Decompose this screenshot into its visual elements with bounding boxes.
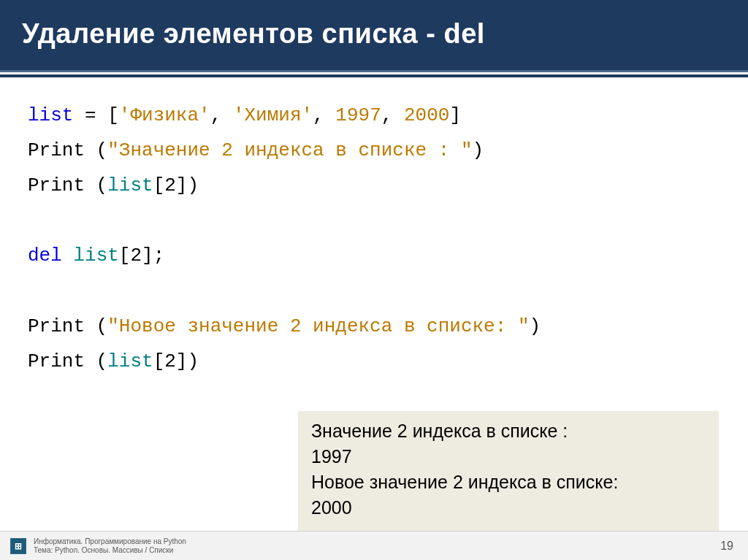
code-line-4: del list[2]; — [28, 238, 720, 273]
code-line-1: list = ['Физика', 'Химия', 1997, 2000] — [28, 98, 720, 133]
string-literal: "Значение 2 индекса в списке : " — [107, 139, 472, 161]
output-box: Значение 2 индекса в списке : 1997 Новое… — [298, 411, 719, 531]
code-line-3: Print (list[2]) — [28, 168, 720, 203]
syntax: ( — [85, 139, 107, 161]
string-literal: 'Физика' — [119, 104, 210, 126]
code-line-6: Print (list[2]) — [28, 344, 720, 379]
number-literal: 1997 — [335, 104, 381, 126]
function-print: Print — [28, 174, 85, 196]
slide-title: Удаление элементов списка - del — [22, 18, 726, 50]
function-print: Print — [28, 350, 85, 372]
syntax: ) — [530, 315, 541, 337]
blank-line — [28, 273, 720, 308]
syntax: ) — [473, 139, 484, 161]
syntax: , — [381, 104, 404, 126]
output-line: Новое значение 2 индекса в списке: — [311, 469, 706, 495]
string-literal: 'Химия' — [233, 104, 313, 126]
output-line: Значение 2 индекса в списке : — [311, 418, 706, 444]
identifier: list — [107, 350, 153, 372]
syntax: [2]; — [119, 245, 164, 266]
output-line: 1997 — [311, 444, 706, 469]
footer-line-1: Информатика. Программирование на Python — [34, 537, 720, 546]
syntax: ( — [85, 315, 107, 337]
page-number: 19 — [720, 540, 733, 553]
code-line-2: Print ("Значение 2 индекса в списке : ") — [28, 133, 720, 168]
slide-content: list = ['Физика', 'Химия', 1997, 2000] P… — [0, 77, 748, 399]
syntax: [2]) — [153, 174, 199, 196]
number-literal: 2000 — [404, 104, 449, 126]
syntax: ( — [85, 350, 107, 372]
footer-logo-icon: ⊞ — [10, 538, 26, 554]
output-line: 2000 — [311, 495, 706, 521]
syntax: ] — [449, 104, 461, 126]
slide-header: Удаление элементов списка - del — [0, 0, 748, 72]
syntax: ( — [85, 174, 107, 196]
syntax: , — [210, 104, 233, 126]
syntax — [62, 245, 74, 266]
slide-footer: ⊞ Информатика. Программирование на Pytho… — [0, 531, 748, 560]
keyword-list: list — [28, 104, 73, 126]
function-print: Print — [28, 139, 85, 161]
identifier: list — [73, 245, 118, 266]
syntax: , — [313, 104, 335, 126]
syntax: = [ — [73, 104, 118, 126]
blank-line — [28, 203, 720, 238]
function-print: Print — [28, 315, 85, 337]
identifier: list — [107, 174, 153, 196]
syntax: [2]) — [153, 350, 199, 372]
keyword-del: del — [28, 245, 62, 266]
code-line-5: Print ("Новое значение 2 индекса в списк… — [28, 309, 720, 344]
footer-text: Информатика. Программирование на Python … — [34, 537, 720, 555]
footer-line-2: Тема: Python. Основы. Массивы / Списки — [34, 546, 720, 555]
string-literal: "Новое значение 2 индекса в списке: " — [107, 315, 529, 337]
